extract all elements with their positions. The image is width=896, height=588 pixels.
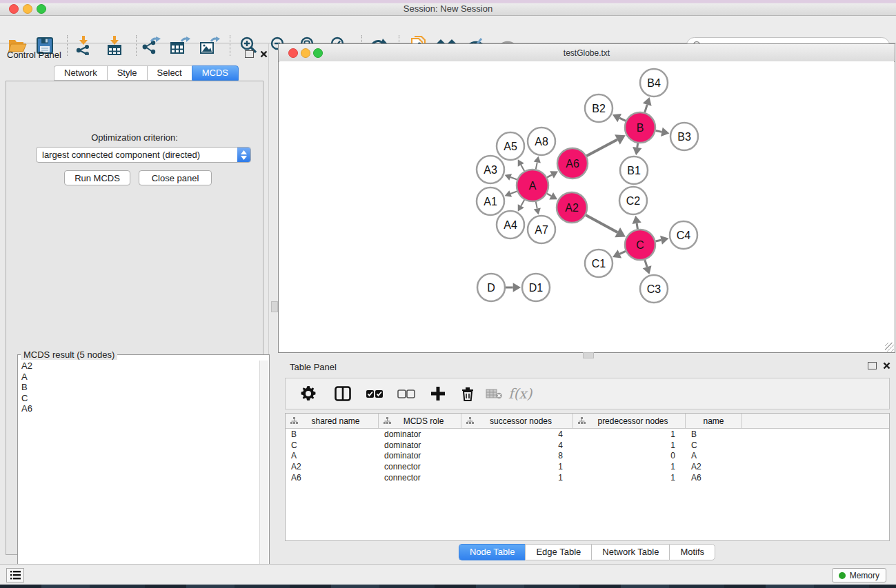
table-cell[interactable]: 0	[573, 451, 686, 460]
result-item[interactable]: B	[19, 382, 260, 393]
table-cell[interactable]: A	[286, 451, 379, 460]
table-cell[interactable]: 1	[573, 429, 686, 439]
tab-edge-table[interactable]: Edge Table	[525, 544, 591, 560]
control-panel: Control Panel NetworkStyleSelectMCDS Opt…	[0, 43, 269, 564]
graph-node-label: B4	[647, 77, 661, 89]
optimization-criterion-select[interactable]: largest connected component (directed)	[36, 147, 251, 163]
table-cell[interactable]: 8	[461, 451, 573, 460]
tab-network-table[interactable]: Network Table	[591, 544, 669, 560]
table-cell[interactable]: 1	[461, 462, 573, 472]
table-cell[interactable]: 1	[573, 462, 686, 472]
table-row[interactable]: Cdominator41C	[286, 440, 889, 451]
table-row[interactable]: Bdominator41B	[286, 429, 889, 440]
graph-edge-C-C3	[645, 260, 647, 267]
result-item[interactable]: A6	[19, 403, 260, 414]
table-cell[interactable]: connector	[379, 473, 461, 483]
graph-edge-C-C2	[637, 223, 637, 229]
memory-button[interactable]: Memory	[832, 568, 886, 582]
float-panel-icon[interactable]	[868, 362, 877, 369]
table-cell[interactable]: B	[286, 429, 379, 439]
close-panel-button[interactable]: Close panel	[139, 170, 212, 185]
run-mcds-button[interactable]: Run MCDS	[64, 170, 130, 185]
table-row[interactable]: A6connector11A6	[286, 472, 889, 483]
tab-node-table[interactable]: Node Table	[459, 544, 526, 560]
graph-arrowhead	[534, 207, 541, 214]
tab-select[interactable]: Select	[147, 65, 192, 81]
graph-node-label: A7	[535, 224, 548, 236]
graph-edge-A-A5	[521, 165, 524, 171]
result-item[interactable]: A	[19, 372, 260, 383]
tab-motifs[interactable]: Motifs	[669, 544, 715, 560]
column-header-successor-nodes[interactable]: successor nodes	[461, 414, 573, 428]
table-cell[interactable]: 4	[461, 440, 573, 450]
graph-edge-A-A8	[536, 163, 537, 170]
column-header-shared-name[interactable]: shared name	[286, 414, 379, 428]
float-panel-icon[interactable]	[245, 50, 254, 58]
mcds-result-list[interactable]: A2ABCA6	[19, 361, 260, 587]
vertical-divider-grip[interactable]	[271, 301, 278, 312]
graph-node-label: B1	[627, 165, 641, 176]
window-title: Session: New Session	[0, 3, 896, 14]
graph-node-label: C	[636, 239, 644, 251]
add-column-icon[interactable]	[429, 385, 447, 403]
graph-edge-B-B1	[637, 143, 638, 148]
task-history-button[interactable]	[6, 568, 24, 582]
table-panel-window-buttons	[868, 362, 890, 369]
table-cell[interactable]: dominator	[379, 451, 461, 460]
table-cell[interactable]: A	[686, 451, 742, 460]
table-cell[interactable]: dominator	[379, 429, 461, 439]
graph-arrowhead	[633, 216, 641, 224]
table-cell[interactable]: A6	[286, 473, 379, 483]
graph-node-label: B	[637, 122, 644, 134]
table-type-tabs: Node TableEdge TableNetwork TableMotifs	[278, 544, 896, 560]
table-cell[interactable]: C	[286, 440, 379, 450]
network-canvas[interactable]: B4B2BB3A8A5A6A3B1AA1C2A2A4A7C4CC1C3DD1	[279, 61, 894, 352]
table-row[interactable]: Adominator80A	[286, 451, 889, 462]
graph-arrowhead	[513, 283, 521, 292]
delete-column-icon[interactable]	[459, 385, 477, 403]
table-cell[interactable]: dominator	[379, 440, 461, 450]
graph-node-label: B3	[677, 131, 691, 143]
deselect-all-columns-icon[interactable]	[397, 385, 415, 403]
column-header-MCDS-role[interactable]: MCDS role	[379, 414, 461, 428]
tab-network[interactable]: Network	[54, 65, 107, 81]
desktop-wallpaper-strip	[0, 585, 896, 588]
main-titlebar: Session: New Session	[0, 0, 896, 16]
table-cell[interactable]: B	[686, 429, 742, 439]
column-layout-icon[interactable]	[334, 385, 352, 403]
table-row[interactable]: A2connector11A2	[286, 461, 889, 472]
tab-style[interactable]: Style	[107, 65, 147, 81]
table-cell[interactable]: 1	[573, 440, 686, 450]
table-cell[interactable]: A2	[286, 462, 379, 472]
network-window-titlebar[interactable]: testGlobe.txt	[279, 44, 895, 62]
close-panel-icon[interactable]	[883, 362, 890, 369]
graph-arrowhead	[534, 156, 541, 163]
table-cell[interactable]: C	[686, 440, 742, 450]
table-cell[interactable]: connector	[379, 462, 461, 472]
select-all-columns-icon[interactable]	[366, 385, 384, 403]
window-resize-grip[interactable]	[885, 343, 894, 352]
graph-edge-A-A6	[547, 175, 552, 178]
hierarchy-icon	[384, 417, 391, 425]
table-cell[interactable]: 1	[461, 473, 573, 483]
graph-node-label: A3	[484, 164, 497, 176]
table-cell[interactable]: 4	[461, 429, 573, 439]
table-cell[interactable]: A2	[686, 462, 742, 472]
column-header-name[interactable]: name	[686, 414, 742, 428]
table-settings-gear-icon[interactable]	[299, 385, 317, 403]
column-header-predecessor-nodes[interactable]: predecessor nodes	[573, 414, 686, 428]
column-header-label: MCDS role	[391, 416, 461, 426]
graph-edge-A-A1	[510, 191, 517, 194]
network-graph: B4B2BB3A8A5A6A3B1AA1C2A2A4A7C4CC1C3DD1	[279, 61, 894, 352]
close-panel-icon[interactable]	[260, 50, 268, 58]
table-cell[interactable]: A6	[686, 473, 742, 483]
column-header-label: successor nodes	[474, 416, 573, 426]
result-scrollbar[interactable]	[259, 361, 268, 587]
function-builder-icon: f(x)	[508, 385, 532, 403]
result-item[interactable]: C	[19, 393, 260, 404]
table-cell[interactable]: 1	[573, 473, 686, 483]
tab-mcds[interactable]: MCDS	[192, 65, 239, 81]
graph-edge-B-B2	[619, 118, 626, 121]
result-item[interactable]: A2	[19, 361, 260, 372]
column-header-label: predecessor nodes	[586, 416, 685, 426]
